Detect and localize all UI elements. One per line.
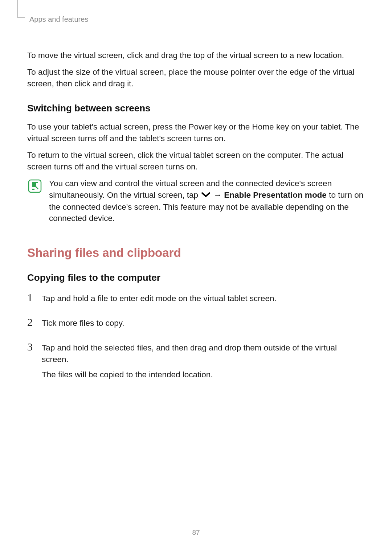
chevron-down-icon [201,190,211,201]
note-icon [27,178,42,195]
step-body: Tap and hold a file to enter edit mode o… [42,291,277,308]
step-body: Tick more files to copy. [42,316,124,333]
paragraph: To adjust the size of the virtual screen… [27,66,365,90]
step-number: 3 [27,341,35,353]
paragraph: To move the virtual screen, click and dr… [27,50,365,61]
page-number: 87 [0,529,392,537]
step-item: 2 Tick more files to copy. [27,316,365,333]
step-item: 1 Tap and hold a file to enter edit mode… [27,291,365,308]
note-text: You can view and control the virtual scr… [49,178,365,225]
step-number: 2 [27,316,35,328]
step-number: 1 [27,291,35,303]
heading-sharing-files: Sharing files and clipboard [27,246,365,260]
step-body: Tap and hold the selected files, and the… [42,341,365,384]
step-item: 3 Tap and hold the selected files, and t… [27,341,365,384]
page-content: Apps and features To move the virtual sc… [0,0,392,384]
heading-switching-screens: Switching between screens [27,103,365,114]
paragraph: To return to the virtual screen, click t… [27,149,365,173]
steps-list: 1 Tap and hold a file to enter edit mode… [27,291,365,384]
note-block: You can view and control the virtual scr… [27,178,365,225]
paragraph: To use your tablet's actual screen, pres… [27,121,365,144]
heading-copying-files: Copying files to the computer [27,272,365,283]
breadcrumb: Apps and features [27,15,365,24]
